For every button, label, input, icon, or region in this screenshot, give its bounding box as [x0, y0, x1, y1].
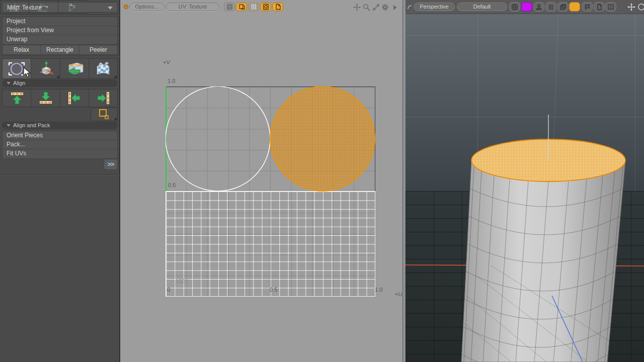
divider [0, 15, 120, 16]
uv-texture-button[interactable]: UV: Texture [166, 3, 219, 11]
projection-mode-button[interactable]: Perspective [414, 3, 455, 11]
command-orient-pieces[interactable]: Orient Pieces [3, 131, 117, 140]
texture-preview-icon[interactable] [260, 3, 271, 11]
collapse-arrow-icon [7, 124, 11, 127]
relax-button[interactable]: Relax [3, 45, 41, 54]
uv-projection-tool[interactable] [60, 59, 89, 78]
tool-flyout-icon [56, 75, 59, 78]
align-section-header[interactable]: Align [2, 79, 118, 87]
tick-u-0: 0 [167, 287, 170, 293]
uv-island-white-circle[interactable] [166, 86, 270, 191]
uv-island-orange-circle[interactable] [270, 86, 375, 191]
tick-v-05: 0.5 [168, 182, 176, 188]
rotate-ccw-button[interactable] [29, 1, 58, 13]
expand-panel-button[interactable]: >> [104, 159, 118, 170]
projection-tool-icon [64, 60, 85, 77]
perspective-3d-viewport[interactable]: Perspective Default [406, 0, 644, 362]
relax-waves-icon[interactable] [248, 3, 259, 11]
rotate-fit-button[interactable] [58, 1, 87, 13]
command-project-from-view[interactable]: Project from View [3, 26, 117, 35]
divider [0, 174, 120, 175]
align-top-icon [6, 91, 28, 105]
uv-editor-viewport[interactable]: Options... UV: Texture [120, 0, 403, 362]
projection-command-list: Project Project from View Unwrap [2, 17, 118, 45]
maximize-icon[interactable] [372, 3, 380, 12]
gear-icon[interactable] [381, 3, 389, 12]
command-unwrap[interactable]: Unwrap [3, 35, 117, 44]
relax-waves-icon[interactable] [545, 2, 556, 12]
align-section-title: Align [13, 80, 25, 86]
rotate-buttons-row [0, 0, 87, 14]
fit-rectangle-button[interactable] [91, 108, 118, 121]
pan-icon[interactable] [353, 3, 361, 12]
tool-flyout-icon [114, 117, 117, 120]
page-icon[interactable] [594, 2, 605, 12]
tick-u-05: 0.5 [270, 287, 277, 293]
status-dot-icon [124, 5, 128, 9]
modo-uv-workspace: Map: Texture Project Project from View U… [0, 0, 644, 362]
cylinder-body [461, 160, 625, 362]
align-top-button[interactable] [3, 89, 31, 107]
options-button[interactable]: Options... [129, 3, 165, 11]
viewport-scene[interactable] [406, 14, 644, 362]
command-fit-uvs[interactable]: Fit UVs [3, 149, 117, 158]
v-axis-label: +V [163, 59, 170, 65]
chevron-down-icon [108, 7, 113, 10]
align-pack-section-title: Align and Pack [13, 122, 50, 128]
collapse-arrow-icon [7, 82, 11, 84]
rectangle-button[interactable]: Rectangle [41, 45, 79, 54]
align-bottom-button[interactable] [31, 89, 60, 107]
align-pack-section-header[interactable]: Align and Pack [2, 122, 118, 129]
grid-frame-icon[interactable] [224, 3, 235, 11]
udim-label: 1001 [176, 278, 188, 284]
expand-arrow-icon[interactable] [390, 3, 399, 12]
tick-v-1: 1.0 [168, 78, 175, 84]
magenta-swatch[interactable] [521, 2, 532, 12]
viewport-toolbar: Perspective Default [406, 0, 644, 14]
camera-person-icon[interactable] [533, 2, 544, 12]
peeler-button[interactable]: Peeler [79, 45, 117, 54]
tool-flyout-icon [114, 75, 117, 78]
rollup-arrow-icon[interactable] [407, 4, 413, 10]
rotate-cw-button[interactable] [1, 1, 29, 13]
mouse-cursor [23, 67, 31, 78]
cylinder-mesh [406, 14, 644, 362]
uv-transform-tool[interactable] [31, 59, 60, 78]
align-bottom-icon [34, 91, 56, 105]
overlap-squares-icon[interactable] [557, 2, 569, 12]
transform-tool-icon [35, 60, 55, 77]
align-pack-command-list: Orient Pieces Pack... Fit UVs [2, 131, 118, 159]
command-project[interactable]: Project [3, 17, 117, 26]
polygon-flag-icon[interactable] [582, 2, 593, 12]
shading-mode-button[interactable]: Default [457, 3, 507, 11]
texture-flip-icon[interactable] [236, 3, 247, 11]
align-left-icon [63, 91, 86, 105]
rotate-fit-icon [62, 1, 83, 13]
u-axis-label: +U [395, 291, 402, 297]
uv-unwrap-tool[interactable] [89, 59, 117, 78]
command-pack[interactable]: Pack... [3, 140, 117, 149]
align-right-icon [92, 91, 114, 105]
render-style-icon[interactable] [509, 2, 520, 12]
uv-tool-row [2, 58, 118, 79]
book-icon[interactable] [605, 2, 616, 12]
uv-tools-panel: Map: Texture Project Project from View U… [0, 0, 120, 362]
unwrap-tool-icon [93, 60, 114, 77]
divider [0, 56, 120, 57]
uv-action-buttons: Relax Rectangle Peeler [2, 45, 118, 55]
align-buttons-row [2, 89, 118, 107]
page-flip-icon[interactable] [272, 3, 283, 11]
pan-icon[interactable] [627, 3, 635, 13]
zoom-icon[interactable] [362, 3, 371, 12]
orange-swatch[interactable] [569, 2, 580, 12]
rotate-cw-icon [5, 1, 25, 13]
align-right-button[interactable] [89, 89, 117, 107]
uv-circle-islands [166, 86, 376, 297]
tick-u-1: 1.0 [375, 287, 382, 293]
rotate-icon[interactable] [637, 3, 644, 13]
align-left-button[interactable] [60, 89, 89, 107]
rotate-ccw-icon [33, 1, 53, 13]
